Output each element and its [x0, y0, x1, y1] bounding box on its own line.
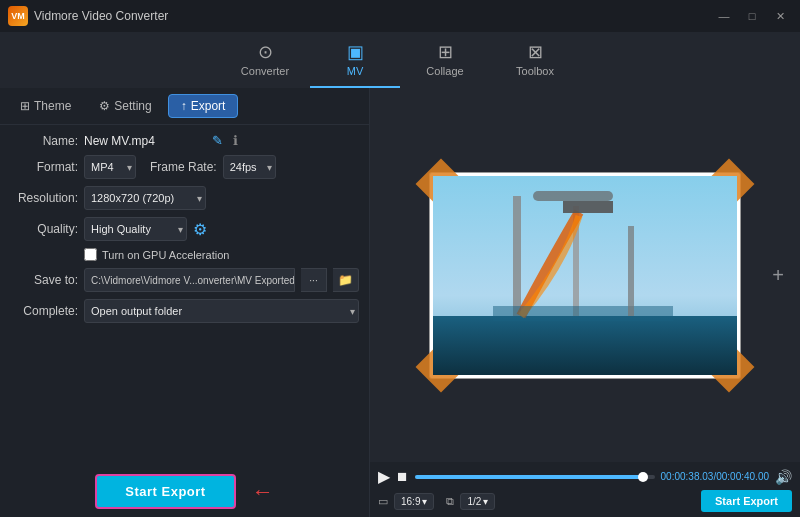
form-area: Name: ✎ ℹ Format: MP4 MOV AVI Frame Rate… — [0, 125, 369, 464]
name-input[interactable] — [84, 134, 204, 148]
svg-rect-5 — [493, 306, 673, 321]
controls-left: ▭ 16:9 ▾ ⧉ 1/2 ▾ — [378, 493, 495, 510]
progress-bar[interactable] — [415, 475, 655, 479]
tab-mv-label: MV — [347, 65, 364, 77]
preview-video — [433, 176, 737, 375]
resolution-select-wrap: 1280x720 (720p) 1920x1080 (1080p) 640x48… — [84, 186, 206, 210]
quality-select[interactable]: High Quality Medium Quality Low Quality — [84, 217, 187, 241]
format-label: Format: — [10, 160, 78, 174]
complete-row: Complete: Open output folder Do nothing — [10, 299, 359, 323]
ratio-button[interactable]: 16:9 ▾ — [394, 493, 434, 510]
play-button[interactable]: ▶ — [378, 467, 390, 486]
video-preview: + — [370, 88, 800, 462]
quality-select-wrap: High Quality Medium Quality Low Quality — [84, 217, 187, 241]
complete-label: Complete: — [10, 304, 78, 318]
aspect-icon: ▭ — [378, 495, 388, 508]
progress-thumb — [638, 472, 648, 482]
sub-tab-export-label: Export — [191, 99, 226, 113]
gpu-checkbox[interactable] — [84, 248, 97, 261]
svg-rect-6 — [563, 201, 613, 213]
format-select-wrap: MP4 MOV AVI — [84, 155, 136, 179]
resolution-label: Resolution: — [10, 191, 78, 205]
saveto-dots-button[interactable]: ··· — [301, 268, 327, 292]
frame-rate-select[interactable]: 24fps 30fps 60fps — [223, 155, 276, 179]
minimize-button[interactable]: — — [712, 7, 736, 25]
sub-tab-export[interactable]: ↑ Export — [168, 94, 239, 118]
theme-icon: ⊞ — [20, 99, 30, 113]
resolution-select[interactable]: 1280x720 (720p) 1920x1080 (1080p) 640x48… — [84, 186, 206, 210]
saveto-label: Save to: — [10, 273, 78, 287]
edit-name-button[interactable]: ✎ — [210, 133, 225, 148]
main-layout: ⊞ Theme ⚙ Setting ↑ Export Name: ✎ ℹ — [0, 88, 800, 517]
clip-icon: ⧉ — [446, 495, 454, 508]
tab-converter[interactable]: ⊙ Converter — [220, 38, 310, 88]
saveto-folder-button[interactable]: 📁 — [333, 268, 359, 292]
saveto-row: Save to: C:\Vidmore\Vidmore V...onverter… — [10, 268, 359, 292]
toolbox-icon: ⊠ — [528, 43, 543, 61]
time-display: 00:00:38.03/00:00:40.00 — [661, 471, 769, 482]
close-button[interactable]: ✕ — [768, 7, 792, 25]
name-row: Name: ✎ ℹ — [10, 133, 359, 148]
complete-select[interactable]: Open output folder Do nothing — [84, 299, 359, 323]
app-title: Vidmore Video Converter — [34, 9, 168, 23]
format-select[interactable]: MP4 MOV AVI — [84, 155, 136, 179]
sub-tab-setting[interactable]: ⚙ Setting — [87, 95, 163, 117]
sub-tabs: ⊞ Theme ⚙ Setting ↑ Export — [0, 88, 369, 125]
converter-icon: ⊙ — [258, 43, 273, 61]
tab-converter-label: Converter — [241, 65, 289, 77]
svg-rect-7 — [628, 226, 634, 316]
ratio-chevron: ▾ — [422, 496, 427, 507]
setting-icon: ⚙ — [99, 99, 110, 113]
app-logo: VM — [8, 6, 28, 26]
tab-collage-label: Collage — [426, 65, 463, 77]
svg-rect-2 — [513, 196, 521, 316]
frame-rate-select-wrap: 24fps 30fps 60fps — [223, 155, 276, 179]
tab-toolbox-label: Toolbox — [516, 65, 554, 77]
preview-svg — [433, 176, 737, 375]
gpu-row: Turn on GPU Acceleration — [10, 248, 359, 261]
preview-frame — [430, 173, 740, 378]
progress-row: ▶ ⏹ 00:00:38.03/00:00:40.00 🔊 — [378, 467, 792, 486]
resolution-row: Resolution: 1280x720 (720p) 1920x1080 (1… — [10, 186, 359, 210]
maximize-button[interactable]: □ — [740, 7, 764, 25]
volume-icon[interactable]: 🔊 — [775, 469, 792, 485]
tab-mv[interactable]: ▣ MV — [310, 38, 400, 88]
gpu-label[interactable]: Turn on GPU Acceleration — [84, 248, 229, 261]
sub-tab-theme-label: Theme — [34, 99, 71, 113]
controls-row2: ▭ 16:9 ▾ ⧉ 1/2 ▾ Start Export — [378, 490, 792, 512]
sub-tab-setting-label: Setting — [114, 99, 151, 113]
right-panel: + ▶ ⏹ 00:00:38.03/00:00:40.00 🔊 ▭ — [370, 88, 800, 517]
complete-select-wrap: Open output folder Do nothing — [84, 299, 359, 323]
saveto-path: C:\Vidmore\Vidmore V...onverter\MV Expor… — [84, 268, 295, 292]
titlebar-left: VM Vidmore Video Converter — [8, 6, 168, 26]
titlebar: VM Vidmore Video Converter — □ ✕ — [0, 0, 800, 32]
tab-collage[interactable]: ⊞ Collage — [400, 38, 490, 88]
svg-rect-1 — [433, 316, 737, 375]
left-panel: ⊞ Theme ⚙ Setting ↑ Export Name: ✎ ℹ — [0, 88, 370, 517]
export-icon: ↑ — [181, 99, 187, 113]
name-label: Name: — [10, 134, 78, 148]
start-export-button-right[interactable]: Start Export — [701, 490, 792, 512]
format-row: Format: MP4 MOV AVI Frame Rate: 24fps 30… — [10, 155, 359, 179]
quality-settings-icon[interactable]: ⚙ — [193, 220, 207, 239]
stop-button[interactable]: ⏹ — [396, 469, 409, 484]
playback-controls: ▶ ⏹ 00:00:38.03/00:00:40.00 🔊 ▭ 16:9 ▾ — [370, 462, 800, 517]
quality-label: Quality: — [10, 222, 78, 236]
clips-button[interactable]: 1/2 ▾ — [460, 493, 495, 510]
top-nav: ⊙ Converter ▣ MV ⊞ Collage ⊠ Toolbox — [0, 32, 800, 88]
mv-icon: ▣ — [347, 43, 364, 61]
tab-toolbox[interactable]: ⊠ Toolbox — [490, 38, 580, 88]
frame-rate-label: Frame Rate: — [150, 160, 217, 174]
add-media-button[interactable]: + — [772, 264, 784, 287]
start-export-section: Start Export ← — [0, 474, 369, 509]
progress-fill — [415, 475, 643, 479]
sub-tab-theme[interactable]: ⊞ Theme — [8, 95, 83, 117]
info-button[interactable]: ℹ — [231, 133, 240, 148]
quality-row: Quality: High Quality Medium Quality Low… — [10, 217, 359, 241]
clips-chevron: ▾ — [483, 496, 488, 507]
titlebar-controls: — □ ✕ — [712, 7, 792, 25]
arrow-right-icon: ← — [252, 479, 274, 505]
svg-rect-4 — [533, 191, 613, 201]
collage-icon: ⊞ — [438, 43, 453, 61]
start-export-button-main[interactable]: Start Export — [95, 474, 235, 509]
